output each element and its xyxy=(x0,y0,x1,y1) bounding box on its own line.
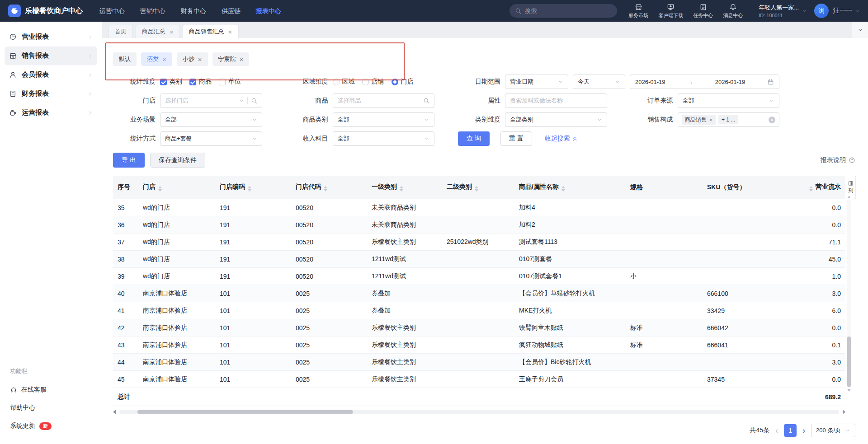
sort-caret-icon[interactable] xyxy=(561,186,565,192)
date-type-select[interactable]: 营业日期 xyxy=(505,75,568,89)
business-scene-select[interactable]: 全部 xyxy=(160,112,262,127)
report-note-link[interactable]: 报表说明 xyxy=(821,156,855,164)
brand[interactable]: 乐檬餐饮商户中心 xyxy=(8,5,83,17)
tab-product-sales-summary[interactable]: 商品销售汇总× xyxy=(183,25,239,38)
date-range-input[interactable]: 2026-01-19 → 2026-01-19 xyxy=(630,75,779,89)
stat-method-select[interactable]: 商品+套餐 xyxy=(160,131,262,146)
page-number-button[interactable]: 1 xyxy=(784,424,797,437)
attribute-input[interactable]: 搜索加料或做法名称 xyxy=(505,93,607,108)
sales-composition-select[interactable]: 商品销售 × + 1 ... × xyxy=(678,112,780,127)
sales-composition-tag[interactable]: 商品销售 × xyxy=(682,115,716,125)
product-select[interactable]: 选择商品 xyxy=(333,93,435,108)
radio-区域[interactable]: 区域 xyxy=(333,78,355,86)
nav-item-marketing-center[interactable]: 营销中心 xyxy=(132,0,173,22)
close-icon[interactable]: × xyxy=(198,56,202,63)
query-button[interactable]: 查 询 xyxy=(458,131,490,146)
sidebar-item-finance-report[interactable]: 财务报表 xyxy=(5,84,97,103)
page-size-select[interactable]: 200 条/页 xyxy=(811,424,855,437)
column-header-store-id[interactable]: 门店代码 xyxy=(291,176,367,199)
quick-link-message-center[interactable]: 消息中心 xyxy=(718,3,748,19)
sidebar-footer-online-service[interactable]: 在线客服 xyxy=(10,381,92,399)
saved-filter-tag-stir-fry[interactable]: 小炒× xyxy=(177,52,208,66)
saved-filter-tag-default[interactable]: 默认 xyxy=(113,52,137,66)
cell-product-name: 加料4 xyxy=(514,199,626,216)
column-header-category-l2[interactable]: 二级类别 xyxy=(442,176,514,199)
nav-item-report-center[interactable]: 报表中心 xyxy=(248,0,289,22)
tab-product-summary[interactable]: 商品汇总× xyxy=(136,25,180,38)
sidebar-item-business-report[interactable]: 营业报表 xyxy=(5,28,97,46)
filter-business-scene: 业务场景 全部 xyxy=(113,112,274,127)
sidebar-footer-system-update[interactable]: 系统更新新 xyxy=(10,417,92,435)
sort-caret-icon[interactable] xyxy=(809,186,813,192)
nav-item-finance-center[interactable]: 财务中心 xyxy=(173,0,214,22)
horizontal-scrollbar-track[interactable] xyxy=(119,410,839,414)
vertical-scrollbar-thumb[interactable] xyxy=(847,337,851,387)
column-header-store-code[interactable]: 门店编码 xyxy=(215,176,291,199)
sort-caret-icon[interactable] xyxy=(158,186,162,192)
column-header-category-l1[interactable]: 一级类别 xyxy=(367,176,442,199)
nav-item-operation-center[interactable]: 运营中心 xyxy=(92,0,132,22)
scroll-down-icon[interactable] xyxy=(847,389,851,392)
scroll-right-icon[interactable] xyxy=(843,410,845,414)
export-button[interactable]: 导 出 xyxy=(113,153,145,168)
quick-link-client-download[interactable]: 客户端下载 xyxy=(653,3,688,19)
quick-link-task-center[interactable]: 任务中心 xyxy=(688,3,718,19)
date-preset-select[interactable]: 今天 xyxy=(573,75,625,89)
user-menu[interactable]: 汪一一 xyxy=(833,7,860,15)
save-query-button[interactable]: 保存查询条件 xyxy=(150,153,205,168)
store-select[interactable]: 选择门店 xyxy=(160,93,262,108)
close-icon[interactable]: × xyxy=(228,28,232,35)
sales-composition-more-tag[interactable]: + 1 ... xyxy=(718,115,738,124)
sidebar-footer-help-center[interactable]: 帮助中心 xyxy=(10,399,92,417)
account-menu[interactable]: 年轻人第一家... ID: 100011 xyxy=(754,4,807,18)
prev-page-button[interactable]: ‹ xyxy=(775,426,778,435)
search-icon[interactable] xyxy=(423,98,429,104)
close-icon[interactable]: × xyxy=(240,56,244,63)
close-icon[interactable]: × xyxy=(170,28,174,35)
income-subject-select[interactable]: 全部 xyxy=(333,131,435,146)
quick-link-service-market[interactable]: 服务市场 xyxy=(623,3,653,19)
scroll-up-icon[interactable] xyxy=(847,196,851,198)
radio-门店[interactable]: 门店 xyxy=(392,78,414,86)
vertical-scrollbar[interactable] xyxy=(847,199,851,388)
sidebar-item-operations-report[interactable]: 运营报表 xyxy=(5,103,97,122)
table-body: 35wd的门店19100520未关联商品类别加料40.036wd的门店19100… xyxy=(113,199,845,388)
column-header-revenue[interactable]: 营业流水 xyxy=(771,176,845,199)
column-header-product-name[interactable]: 商品/属性名称 xyxy=(514,176,626,199)
tab-home[interactable]: 首页 xyxy=(108,25,133,38)
category-dimension-select[interactable]: 全部类别 xyxy=(505,112,607,127)
sort-caret-icon[interactable] xyxy=(324,186,327,192)
clear-icon[interactable]: × xyxy=(769,117,775,123)
navbar-search[interactable] xyxy=(509,4,617,18)
radio-店铺[interactable]: 店铺 xyxy=(362,78,384,86)
next-page-button[interactable]: › xyxy=(802,426,805,435)
saved-filter-tag-alcohol[interactable]: 酒类× xyxy=(141,52,172,66)
sort-caret-icon[interactable] xyxy=(475,186,478,192)
sidebar-item-member-report[interactable]: 会员报表 xyxy=(5,65,97,84)
close-icon[interactable]: × xyxy=(162,56,166,63)
checkbox-单位[interactable]: 单位 xyxy=(219,78,241,86)
cell-index: 36 xyxy=(113,216,138,234)
sidebar-item-sales-report[interactable]: 销售报表 xyxy=(5,47,97,65)
saved-filter-tag-ningchenyuan[interactable]: 宁宸院× xyxy=(212,52,250,66)
avatar[interactable]: 浏 xyxy=(814,4,829,18)
horizontal-scrollbar[interactable] xyxy=(113,408,845,416)
search-input[interactable] xyxy=(525,8,612,14)
order-source-select[interactable]: 全部 xyxy=(678,93,780,108)
collapse-search-link[interactable]: 收起搜索 xyxy=(545,135,578,143)
cell-store-id: 0025 xyxy=(291,354,367,371)
scroll-left-icon[interactable] xyxy=(113,410,116,414)
search-icon[interactable] xyxy=(251,98,257,104)
nav-item-supply-chain[interactable]: 供应链 xyxy=(214,0,248,22)
sort-caret-icon[interactable] xyxy=(248,186,251,192)
sort-caret-icon[interactable] xyxy=(400,186,403,192)
product-category-select[interactable]: 全部 xyxy=(333,112,435,127)
tab-overflow-button[interactable] xyxy=(852,22,868,38)
column-header-store[interactable]: 门店 xyxy=(138,176,215,199)
reset-button[interactable]: 重 置 xyxy=(500,131,532,146)
checkbox-类别[interactable]: 类别 xyxy=(160,78,182,86)
horizontal-scrollbar-thumb[interactable] xyxy=(137,410,354,414)
close-icon[interactable]: × xyxy=(709,117,713,123)
cell-revenue: 6.0 xyxy=(771,302,845,319)
checkbox-商品[interactable]: 商品 xyxy=(189,78,212,86)
